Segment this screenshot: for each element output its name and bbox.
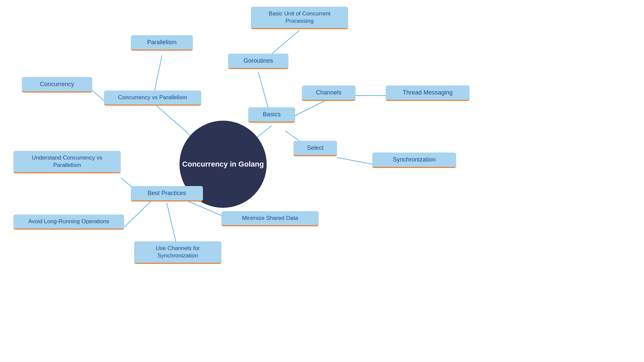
node-basic-unit-label: Basic Unit of Concurrent Processing bbox=[269, 10, 330, 24]
svg-line-12 bbox=[124, 201, 151, 227]
node-select-label: Select bbox=[307, 144, 324, 151]
node-sync-label: Synchronization bbox=[393, 156, 436, 163]
node-best-label: Best Practices bbox=[148, 190, 186, 196]
node-parallelism-label: Parallelism bbox=[147, 39, 176, 46]
node-basic-unit: Basic Unit of Concurrent Processing bbox=[251, 7, 348, 29]
svg-line-10 bbox=[92, 90, 104, 101]
node-basics-label: Basics bbox=[263, 111, 280, 118]
node-parallelism: Parallelism bbox=[131, 35, 193, 51]
node-synchronization: Synchronization bbox=[372, 153, 456, 168]
node-minimize: Minimize Shared Data bbox=[221, 211, 319, 226]
node-cvp: Concurrency vs Parallelism bbox=[104, 90, 201, 106]
node-basics: Basics bbox=[248, 107, 295, 123]
node-channels-label: Channels bbox=[316, 89, 341, 96]
svg-line-8 bbox=[337, 158, 372, 164]
node-avoid-label: Avoid Long-Running Operations bbox=[28, 218, 109, 225]
node-thread-msg: Thread Messaging bbox=[386, 85, 470, 101]
node-avoid: Avoid Long-Running Operations bbox=[13, 215, 124, 230]
node-concurrency-label: Concurrency bbox=[40, 81, 74, 87]
node-ucvp-label: Understand Concurrency vs Parallelism bbox=[32, 155, 103, 168]
node-use-channels-label: Use Channels for Synchronization bbox=[156, 245, 200, 259]
node-channels: Channels bbox=[302, 85, 356, 101]
node-concurrency: Concurrency bbox=[22, 77, 92, 93]
node-minimize-label: Minimize Shared Data bbox=[242, 215, 298, 221]
node-best-practices: Best Practices bbox=[131, 186, 203, 201]
node-goroutines-label: Goroutines bbox=[244, 57, 273, 64]
node-cvp-label: Concurrency vs Parallelism bbox=[118, 94, 187, 101]
node-use-channels: Use Channels for Synchronization bbox=[134, 241, 221, 264]
node-goroutines: Goroutines bbox=[228, 54, 288, 69]
node-thread-msg-label: Thread Messaging bbox=[402, 89, 452, 96]
center-label: Concurrency in Golang bbox=[182, 160, 264, 169]
node-ucvp: Understand Concurrency vs Parallelism bbox=[13, 151, 121, 173]
node-select: Select bbox=[293, 141, 337, 156]
